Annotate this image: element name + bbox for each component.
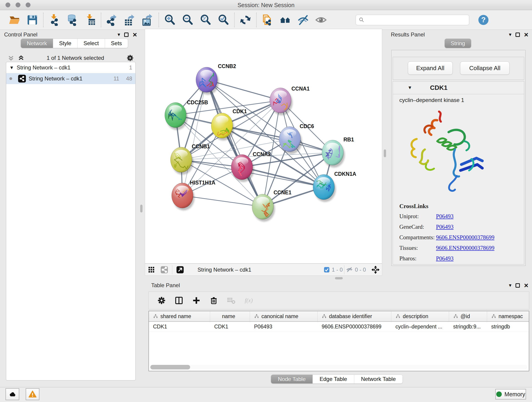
node-HIST1H1A[interactable]: HIST1H1A — [172, 180, 215, 211]
node-RB1[interactable]: RB1 — [322, 137, 354, 167]
search-input[interactable] — [366, 17, 466, 23]
import-network-from-database-button[interactable] — [63, 12, 81, 28]
network-row-selected[interactable]: String Network – cdk1 11 48 — [6, 73, 135, 84]
tab-style[interactable]: Style — [53, 39, 77, 48]
table-cell[interactable]: stringdb:9... — [449, 322, 487, 332]
node-CCNB2[interactable]: CCNB2 — [196, 63, 236, 95]
gene-expander-icon[interactable]: ▼ — [408, 85, 412, 90]
table-panel-title: Table Panel — [151, 282, 180, 288]
hide-selected-button[interactable] — [294, 12, 312, 28]
network-collection-row[interactable]: ▼ String Network – cdk1 1 — [6, 62, 135, 73]
tab-select[interactable]: Select — [77, 39, 105, 48]
control-panel-close-icon[interactable]: × — [133, 32, 137, 37]
create-column-button[interactable] — [188, 293, 205, 308]
scrollbar-thumb[interactable] — [150, 365, 190, 370]
node-CCNA1[interactable]: CCNA1 — [270, 86, 310, 115]
gene-section-header[interactable]: ▼ CDK1 — [393, 81, 524, 94]
node-CCNB1[interactable]: CCNB1 — [171, 143, 210, 175]
tab-edge-table[interactable]: Edge Table — [313, 375, 354, 383]
detach-view-icon[interactable] — [174, 265, 186, 275]
network-canvas[interactable]: CCNB2CCNA1CDC25BCDK1CDC6RB1CCNB1CCNA2CDK… — [145, 29, 382, 264]
warnings-button[interactable] — [26, 388, 39, 400]
view-network-mode-icon[interactable] — [158, 265, 171, 275]
node-CDKN1A[interactable]: CDKN1A — [313, 171, 356, 202]
column-header-name[interactable]: name — [210, 311, 250, 321]
table-cell[interactable]: P06493 — [250, 322, 317, 332]
export-image-button[interactable] — [139, 12, 157, 28]
results-panel-menu-icon[interactable]: ▾ — [509, 32, 511, 38]
column-header-description[interactable]: description — [391, 311, 449, 321]
table-cell[interactable]: 9606.ENSP00000378699 — [317, 322, 391, 332]
zoom-selected-button[interactable] — [215, 12, 232, 28]
control-panel-float-icon[interactable] — [124, 32, 128, 37]
node-CDC6[interactable]: CDC6 — [279, 123, 314, 154]
eye-slash-icon[interactable] — [346, 266, 353, 274]
collapse-all-button[interactable]: Collapse All — [460, 61, 510, 75]
new-network-from-selection-button[interactable] — [259, 12, 276, 28]
node-CCNE1[interactable]: CCNE1 — [252, 190, 291, 222]
results-panel-close-icon[interactable]: × — [524, 32, 528, 37]
zoom-out-button[interactable] — [179, 12, 196, 28]
show-all-button[interactable] — [312, 12, 330, 28]
checkbox-checked-icon[interactable] — [323, 267, 330, 273]
table-cell[interactable]: CDK1 — [149, 322, 210, 332]
table-row[interactable]: CDK1CDK1P064939606.ENSP00000378699cyclin… — [149, 322, 529, 332]
table-panel-menu-icon[interactable]: ▾ — [509, 282, 511, 288]
horizontal-divider-handle[interactable] — [335, 277, 343, 279]
table-panel-float-icon[interactable] — [515, 283, 520, 288]
toolbar-search[interactable] — [355, 15, 469, 25]
save-session-button[interactable] — [23, 12, 41, 28]
node-CCNA2[interactable]: CCNA2 — [231, 151, 271, 182]
tab-string[interactable]: String — [445, 39, 471, 48]
edge-CCNB2-CCNE1[interactable] — [207, 80, 263, 207]
table-panel-close-icon[interactable]: × — [524, 283, 528, 288]
cloud-button[interactable] — [6, 388, 19, 400]
show-columns-button[interactable] — [170, 293, 188, 308]
zoom-fit-content-button[interactable] — [196, 12, 215, 28]
export-network-button[interactable] — [103, 12, 121, 28]
import-table-button[interactable] — [81, 12, 99, 28]
delete-column-button[interactable] — [205, 293, 222, 308]
node-CDC25B[interactable]: CDC25B — [165, 99, 208, 130]
open-session-button[interactable] — [6, 12, 23, 28]
crosslink-link[interactable]: 9606.ENSP00000378699 — [436, 245, 494, 251]
crosslink-link[interactable]: 9606.ENSP00000378699 — [436, 234, 494, 241]
crosslink-label: Compartments: — [393, 234, 436, 241]
control-panel-menu-icon[interactable]: ▾ — [118, 32, 120, 38]
column-header-shared-name[interactable]: shared name — [149, 311, 210, 321]
tab-node-table[interactable]: Node Table — [271, 375, 313, 383]
column-header-database-identifier[interactable]: database identifier — [317, 311, 391, 321]
tab-network-table[interactable]: Network Table — [354, 375, 403, 383]
table-settings-button[interactable] — [153, 293, 170, 308]
table-cell[interactable]: CDK1 — [210, 322, 250, 332]
export-table-button[interactable] — [121, 12, 139, 28]
tab-sets[interactable]: Sets — [105, 39, 128, 48]
right-divider-handle[interactable] — [384, 149, 386, 157]
help-button[interactable]: ? — [478, 14, 489, 26]
crosslink-link[interactable]: P06493 — [436, 213, 453, 220]
import-network-from-file-button[interactable] — [45, 12, 63, 28]
memory-button[interactable]: Memory — [495, 389, 526, 400]
results-panel-float-icon[interactable] — [515, 32, 520, 37]
network-graph[interactable]: CCNB2CCNA1CDC25BCDK1CDC6RB1CCNB1CCNA2CDK… — [145, 29, 382, 263]
view-grid-mode-icon[interactable] — [145, 265, 158, 275]
left-divider-handle[interactable] — [140, 205, 143, 212]
edge-CCNB2-HIST1H1A[interactable] — [182, 80, 207, 196]
string-app-button[interactable] — [276, 12, 294, 28]
crosslink-link[interactable]: P06493 — [436, 224, 453, 230]
expand-all-button[interactable]: Expand All — [408, 61, 453, 75]
tree-expander-icon[interactable]: ▼ — [9, 65, 14, 70]
table-cell[interactable]: stringdb — [487, 322, 529, 332]
zoom-in-button[interactable] — [161, 12, 179, 28]
apply-layout-button[interactable] — [236, 12, 254, 28]
column-header--id[interactable]: @id — [449, 311, 487, 321]
column-header-namespac[interactable]: namespac — [487, 311, 529, 321]
gene-name: CDK1 — [430, 84, 447, 91]
node-CDK1[interactable]: CDK1 — [211, 108, 247, 140]
tab-network[interactable]: Network — [21, 39, 53, 48]
column-header-canonical-name[interactable]: canonical name — [250, 311, 317, 321]
table-horizontal-scrollbar[interactable] — [150, 365, 527, 370]
table-cell[interactable]: cyclin–dependent ... — [391, 322, 449, 332]
crosslink-link[interactable]: P06493 — [436, 255, 453, 262]
move-crosshair-icon[interactable] — [369, 265, 382, 275]
